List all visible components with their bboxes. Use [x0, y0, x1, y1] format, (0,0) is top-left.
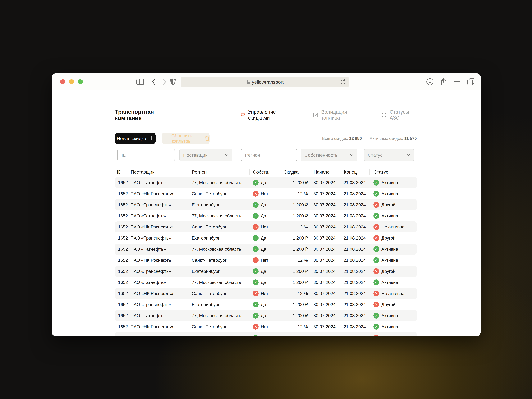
table-row[interactable]: 1652ПАО «Транснефть»Екатеринбург✓Да1 200…: [115, 233, 417, 244]
region-filter-input[interactable]: [241, 149, 297, 161]
shield-icon: [170, 78, 176, 85]
cell-supplier: ПАО «НК Роснефть»: [126, 191, 188, 196]
cell-region: 77, Московская область: [188, 180, 249, 185]
cell-status: ✕Не активна: [369, 224, 417, 230]
share-button[interactable]: [439, 73, 448, 90]
privacy-report-button[interactable]: [169, 73, 177, 90]
supplier-filter-value: Поставщик: [183, 152, 207, 158]
spinner-icon: [381, 112, 386, 118]
status-filter-value: Статус: [368, 152, 382, 158]
cell-region: Екатеринбург: [188, 302, 249, 307]
cell-supplier: ПАО «Транснефть»: [126, 335, 188, 336]
cell-ownership: ✓Да: [249, 313, 278, 318]
table-row[interactable]: 1652ПАО «Транснефть»Екатеринбург✓Да1 200…: [115, 266, 417, 277]
status-inactive-icon: ✕: [373, 224, 379, 230]
table-row[interactable]: 1652ПАО «НК Роснефть»Санкт-Петербург✕Нет…: [115, 255, 417, 266]
cell-end-date: 21.08.2024: [340, 224, 369, 230]
status-label: Активна: [381, 213, 398, 218]
ownership-label: Да: [261, 313, 266, 318]
total-discounts-label: Всего скидок:: [322, 136, 348, 141]
cell-status: ✓Активна: [369, 191, 417, 196]
cell-ownership: ✓Да: [249, 213, 278, 219]
reset-filters-button[interactable]: Сбросить фильтры: [162, 133, 210, 144]
cell-discount: 1 200 ₽: [278, 235, 310, 241]
cell-start-date: 30.07.2024: [310, 302, 340, 307]
status-label: Активна: [381, 324, 398, 329]
cell-id: 1652: [115, 291, 126, 296]
cell-status: ✕Другой: [369, 268, 417, 274]
table-row[interactable]: 1652ПАО «НК Роснефть»Санкт-Петербург✕Нет…: [115, 188, 417, 199]
cell-start-date: 30.07.2024: [310, 291, 340, 296]
cell-supplier: ПАО «Татнефть»: [126, 213, 188, 218]
chevron-down-icon: [225, 154, 228, 156]
ownership-label: Да: [261, 280, 266, 285]
cell-region: Санкт-Петербург: [188, 191, 249, 196]
table-row[interactable]: 1652ПАО «НК Роснефть»Санкт-Петербург✕Нет…: [115, 222, 417, 233]
status-inactive-icon: ✕: [373, 302, 379, 307]
cell-status: ✕Не активна: [369, 291, 417, 296]
column-header-end: Конец: [340, 169, 369, 175]
cell-id: 1652: [115, 269, 126, 274]
active-discounts-value: 11 570: [404, 136, 417, 141]
back-button[interactable]: [150, 73, 157, 90]
cell-id: 1652: [115, 247, 126, 252]
cell-region: Санкт-Петербург: [188, 224, 249, 230]
new-tab-button[interactable]: [453, 73, 461, 90]
window-controls: [60, 73, 83, 90]
cell-status: ✕Другой: [369, 302, 417, 307]
reload-button[interactable]: [340, 79, 346, 86]
cell-region: Санкт-Петербург: [188, 324, 249, 329]
table-row[interactable]: 1652ПАО «Татнефть»77, Московская область…: [115, 244, 417, 255]
nav-item-fuel-validation[interactable]: Валидация топлива: [313, 109, 362, 121]
nav-item-discounts[interactable]: Управление скидками: [240, 109, 293, 121]
cell-end-date: 21.08.2024: [340, 313, 369, 318]
nav-item-station-statuses[interactable]: Статусы АЗС: [381, 109, 417, 121]
ownership-filter-select[interactable]: Собственность: [301, 149, 357, 161]
table-row[interactable]: 1652ПАО «НК Роснефть»Санкт-Петербург✕Нет…: [115, 321, 417, 332]
supplier-filter-select[interactable]: Поставщик: [179, 149, 233, 161]
address-bar[interactable]: yellowtransport: [181, 77, 349, 87]
cell-start-date: 30.07.2024: [310, 313, 340, 318]
zoom-window-button[interactable]: [78, 79, 83, 84]
table-row[interactable]: 1652ПАО «Татнефть»77, Московская область…: [115, 277, 417, 288]
minimize-window-button[interactable]: [69, 79, 74, 84]
cell-ownership: ✓Да: [249, 302, 278, 307]
cell-end-date: 21.08.2024: [340, 258, 369, 263]
cell-region: Санкт-Петербург: [188, 291, 249, 296]
cell-start-date: 30.07.2024: [310, 213, 340, 218]
cell-id: 1652: [115, 202, 126, 207]
ownership-label: Да: [261, 335, 266, 336]
status-label: Активна: [381, 191, 398, 196]
table-row[interactable]: 1652ПАО «Транснефть»Екатеринбург✓Да1 200…: [115, 299, 417, 310]
id-filter-input[interactable]: [117, 149, 175, 161]
cell-supplier: ПАО «Татнефть»: [126, 280, 188, 285]
status-active-icon: ✓: [373, 213, 379, 219]
browser-toolbar: yellowtransport: [51, 73, 481, 90]
table-row[interactable]: 1652ПАО «НК Роснефть»Санкт-Петербург✕Нет…: [115, 288, 417, 299]
status-label: Другой: [381, 302, 396, 307]
ownership-yes-icon: ✓: [253, 302, 259, 307]
cart-icon: [240, 112, 245, 118]
cell-status: ✓Активна: [369, 213, 417, 219]
ownership-no-icon: ✕: [253, 191, 259, 196]
cell-supplier: ПАО «Транснефть»: [126, 202, 188, 207]
sidebar-toggle-button[interactable]: [136, 73, 144, 90]
cell-end-date: 21.08.2024: [340, 280, 369, 285]
table-row[interactable]: 1652ПАО «Татнефть»77, Московская область…: [115, 310, 417, 321]
active-discounts-stat: Активных скидок:11 570: [370, 136, 417, 141]
status-filter-select[interactable]: Статус: [364, 149, 414, 161]
table-row[interactable]: 1652ПАО «Татнефть»77, Московская область…: [115, 177, 417, 188]
new-discount-button[interactable]: Новая скидка +: [115, 133, 156, 144]
close-window-button[interactable]: [60, 79, 65, 84]
downloads-button[interactable]: [426, 73, 434, 90]
status-inactive-icon: ✕: [373, 335, 379, 336]
table-row[interactable]: 1652ПАО «Транснефть»Екатеринбург✓Да1 200…: [115, 199, 417, 210]
table-row[interactable]: 1652ПАО «Татнефть»77, Московская область…: [115, 210, 417, 222]
cell-discount: 1 200 ₽: [278, 213, 310, 218]
table-row[interactable]: 1652ПАО «Транснефть»Екатеринбург✓Да1 200…: [115, 332, 417, 336]
cell-status: ✓Активна: [369, 279, 417, 285]
cell-status: ✕Другой: [369, 335, 417, 336]
cell-discount: 1 200 ₽: [278, 280, 310, 285]
tab-overview-button[interactable]: [467, 73, 475, 90]
forward-button[interactable]: [161, 73, 168, 90]
